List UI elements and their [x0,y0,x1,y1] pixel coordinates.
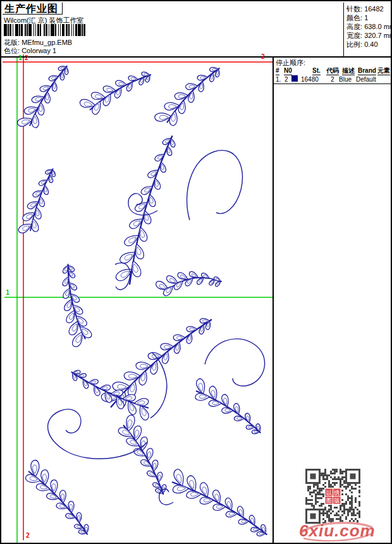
studio-name: Wilcom(汇 京) 装饰工作室 [4,16,84,24]
guide-label-2-topleft: 2 [25,54,28,61]
row-n0: 2 [285,76,288,83]
col-description: 描述 [342,67,355,75]
page-title: 生产作业图 [4,3,58,16]
qr-code: 以绣图版 [305,469,360,524]
stat-height: 高度: 638.0 mm [346,23,392,30]
barcode [4,24,96,36]
col-code: 代码 [326,67,339,75]
table-bottom-border [273,83,392,84]
svg-text:以: 以 [326,490,332,496]
stats-box-left-border [343,3,344,57]
row-code: 2 [331,76,334,83]
col-brand: Brand [358,67,376,75]
row-brand: Default [356,76,376,83]
colorway-value: Colorway 1 [21,47,56,54]
guide-label-2-topright: 2 [261,53,265,60]
col-n0: N0 [284,67,292,75]
row-description: Blue [339,76,352,83]
production-worksheet: 生产作业图 Wilcom(汇 京) 装饰工作室 花版: MEfmu_gp.EMB… [0,0,392,544]
col-elements: 元素 [377,67,390,75]
svg-text:版: 版 [334,497,340,504]
pattern-value: MEfmu_gp.EMB [21,39,72,46]
svg-text:图: 图 [326,497,332,504]
pattern-file-line: 花版: MEfmu_gp.EMB [4,39,72,46]
stat-stitches: 针数: 16482 [346,5,384,13]
stat-width: 宽度: 320.7 mm [346,32,392,39]
col-st: St. [312,67,321,75]
table-left-border [273,56,274,544]
row-st: 16480 [301,76,319,83]
stat-colors: 颜色: 1 [346,14,368,22]
thread-color-chip [291,75,298,82]
svg-text:绣: 绣 [333,490,340,496]
title-cell-right-border [62,3,63,15]
guide-label-2-bottom: 2 [26,532,30,539]
watermark-text: 6xiu.com [299,521,376,541]
guide-label-1-top: 1 [18,54,22,61]
col-num: # [276,67,279,75]
row-index: 1. [276,76,281,83]
stat-scale: 比例: 0.40 [346,40,378,48]
colorway-line: 色位: Colorway 1 [4,47,56,54]
colorway-label: 色位: [4,47,20,54]
guide-label-1-left: 1 [6,289,9,296]
pattern-label: 花版: [4,39,20,46]
stop-sequence-title: 停止顺序: [276,59,305,66]
header-divider [1,56,392,58]
